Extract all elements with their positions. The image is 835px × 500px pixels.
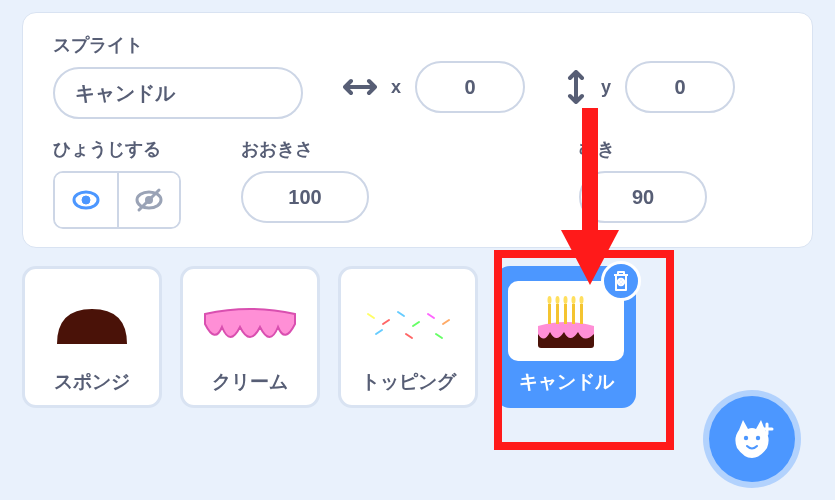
svg-rect-15 xyxy=(548,304,551,324)
size-label: おおきさ xyxy=(241,137,369,161)
topping-icon xyxy=(358,304,458,344)
sprite-thumb xyxy=(31,279,153,369)
sprite-name-input[interactable]: キャンドル xyxy=(53,67,303,119)
svg-point-16 xyxy=(548,296,552,304)
sprite-tile-label: クリーム xyxy=(212,369,288,395)
svg-point-29 xyxy=(756,436,760,440)
direction-label: むき xyxy=(579,137,707,161)
svg-point-24 xyxy=(580,296,584,304)
sprite-info-panel: スプライト キャンドル x 0 y 0 ひょうじする xyxy=(22,12,813,248)
visibility-toggle xyxy=(53,171,181,229)
eye-closed-icon xyxy=(134,185,164,215)
cream-icon xyxy=(200,299,300,349)
svg-point-20 xyxy=(564,296,568,304)
sprite-tile-label: スポンジ xyxy=(54,369,130,395)
sprite-thumb xyxy=(347,279,469,369)
y-label: y xyxy=(601,77,611,98)
sprite-tile-topping[interactable]: トッピング xyxy=(338,266,478,408)
svg-point-28 xyxy=(744,436,748,440)
svg-line-10 xyxy=(443,320,449,324)
show-hidden-button[interactable] xyxy=(117,173,179,227)
sprite-list: スポンジ クリーム トッピング xyxy=(22,266,813,408)
svg-point-1 xyxy=(82,196,90,204)
x-input[interactable]: 0 xyxy=(415,61,525,113)
visibility-label: ひょうじする xyxy=(53,137,181,161)
cake-candle-icon xyxy=(526,286,606,356)
svg-line-6 xyxy=(383,320,389,324)
sprite-tile-sponge[interactable]: スポンジ xyxy=(22,266,162,408)
add-sprite-button[interactable] xyxy=(709,396,795,482)
direction-input[interactable]: 90 xyxy=(579,171,707,223)
arrows-horizontal-icon xyxy=(343,76,377,98)
svg-line-9 xyxy=(428,314,434,318)
x-label: x xyxy=(391,77,401,98)
trash-icon xyxy=(611,270,631,292)
x-position-group: x 0 xyxy=(343,61,525,113)
sponge-icon xyxy=(47,294,137,354)
svg-point-18 xyxy=(556,296,560,304)
cat-plus-icon xyxy=(727,414,777,464)
y-input[interactable]: 0 xyxy=(625,61,735,113)
svg-rect-17 xyxy=(556,304,559,324)
sprite-tile-label: トッピング xyxy=(361,369,456,395)
svg-point-22 xyxy=(572,296,576,304)
delete-sprite-button[interactable] xyxy=(601,261,641,301)
size-input[interactable]: 100 xyxy=(241,171,369,223)
sprite-thumb xyxy=(189,279,311,369)
svg-line-7 xyxy=(398,312,404,316)
sprite-tile-candle[interactable]: キャンドル xyxy=(496,266,636,408)
sprite-tile-label: キャンドル xyxy=(519,369,614,395)
sprite-section-label: スプライト xyxy=(53,33,303,57)
svg-line-8 xyxy=(413,322,419,326)
sprite-tile-cream[interactable]: クリーム xyxy=(180,266,320,408)
eye-open-icon xyxy=(71,185,101,215)
svg-line-5 xyxy=(368,314,374,318)
show-visible-button[interactable] xyxy=(55,173,117,227)
arrows-vertical-icon xyxy=(565,70,587,104)
svg-rect-23 xyxy=(580,304,583,324)
svg-rect-21 xyxy=(572,304,575,324)
svg-line-11 xyxy=(376,330,382,334)
svg-line-12 xyxy=(406,334,412,338)
svg-line-13 xyxy=(436,334,442,338)
y-position-group: y 0 xyxy=(565,61,735,113)
svg-rect-19 xyxy=(564,304,567,324)
